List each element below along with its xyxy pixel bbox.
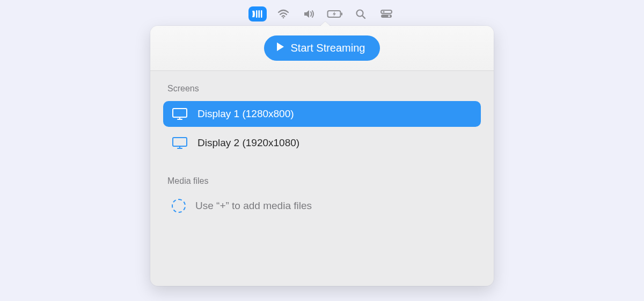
svg-point-3 (283, 17, 284, 19)
search-icon[interactable] (352, 6, 370, 22)
svg-point-9 (383, 11, 384, 12)
media-placeholder-text: Use “+” to add media files (195, 200, 312, 212)
screen-row-display-1[interactable]: Display 1 (1280x800) (163, 101, 481, 127)
svg-point-11 (388, 15, 390, 17)
popover-arrow (320, 22, 331, 26)
streaming-popover: Start Streaming Screens Display 1 (1280x… (150, 26, 494, 286)
start-streaming-button[interactable]: Start Streaming (264, 35, 380, 61)
screen-row-label: Display 2 (1920x1080) (197, 137, 299, 149)
screen-row-display-2[interactable]: Display 2 (1920x1080) (163, 130, 481, 156)
display-icon (172, 137, 188, 149)
wifi-icon[interactable] (274, 6, 292, 22)
svg-rect-1 (259, 10, 260, 18)
svg-line-7 (363, 16, 365, 19)
media-section-label: Media files (167, 176, 477, 186)
svg-rect-2 (261, 10, 262, 18)
media-empty-row: Use “+” to add media files (163, 194, 481, 218)
menubar (248, 6, 396, 22)
screen-row-label: Display 1 (1280x800) (197, 108, 294, 120)
control-center-icon[interactable] (377, 6, 396, 22)
popover-header: Start Streaming (150, 26, 494, 71)
play-icon (276, 42, 284, 54)
svg-rect-5 (341, 13, 343, 16)
start-streaming-label: Start Streaming (291, 42, 365, 54)
streaming-icon[interactable] (248, 6, 267, 22)
display-icon (172, 108, 188, 120)
svg-rect-0 (256, 10, 258, 18)
volume-icon[interactable] (300, 6, 318, 22)
svg-rect-10 (381, 15, 392, 18)
screens-section-label: Screens (167, 84, 477, 94)
popover-body: Screens Display 1 (1280x800) (150, 71, 494, 286)
add-placeholder-icon (172, 199, 186, 213)
popover-panel: Start Streaming Screens Display 1 (1280x… (150, 26, 494, 286)
svg-rect-12 (173, 109, 187, 117)
battery-charging-icon[interactable] (326, 6, 344, 22)
svg-rect-8 (381, 10, 392, 13)
svg-rect-15 (173, 138, 187, 146)
